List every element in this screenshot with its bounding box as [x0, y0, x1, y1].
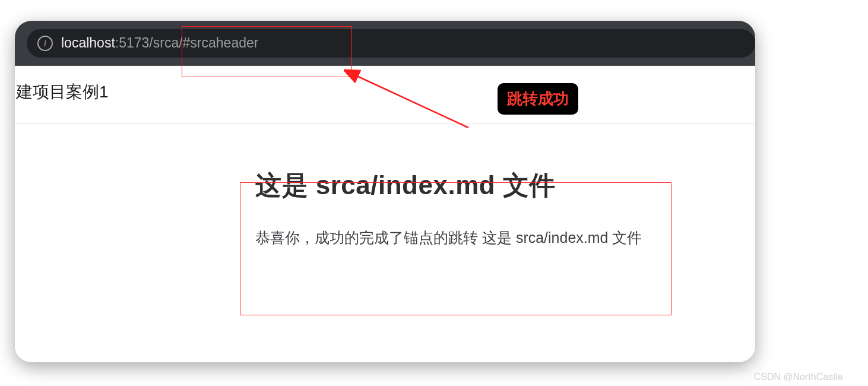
project-label: 建项目案例1: [15, 81, 755, 103]
page-content: 建项目案例1 这是 srca/index.md 文件 恭喜你，成功的完成了锚点的…: [15, 65, 755, 362]
browser-window: i localhost:5173/srca/#srcaheader 建项目案例1…: [15, 21, 755, 362]
url-text: localhost:5173/srca/#srcaheader: [61, 35, 258, 51]
watermark: CSDN @NorthCastle: [754, 372, 844, 382]
annotation-badge: 跳转成功: [498, 83, 578, 115]
info-icon[interactable]: i: [37, 36, 53, 51]
address-bar[interactable]: i localhost:5173/srca/#srcaheader: [27, 29, 755, 58]
url-path: :5173/srca/#srcaheader: [115, 35, 259, 51]
url-host: localhost: [61, 35, 115, 51]
main-block: 这是 srca/index.md 文件 恭喜你，成功的完成了锚点的跳转 这是 s…: [255, 168, 755, 249]
address-bar-outer: i localhost:5173/srca/#srcaheader: [15, 21, 755, 65]
page-heading: 这是 srca/index.md 文件: [255, 168, 755, 203]
divider: [15, 123, 755, 124]
page-paragraph: 恭喜你，成功的完成了锚点的跳转 这是 srca/index.md 文件: [255, 226, 755, 249]
